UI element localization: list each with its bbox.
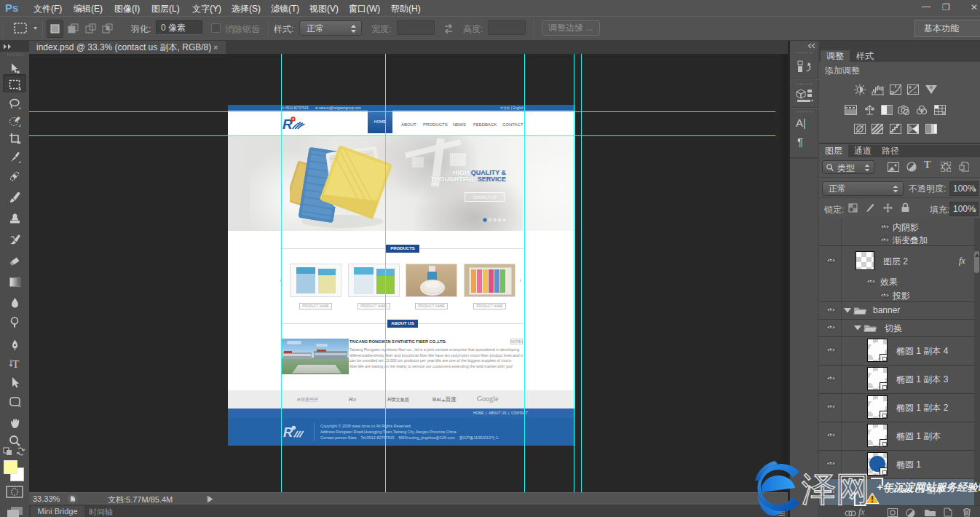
svg-text:R: R: [283, 425, 293, 440]
svg-text:T: T: [12, 358, 19, 370]
